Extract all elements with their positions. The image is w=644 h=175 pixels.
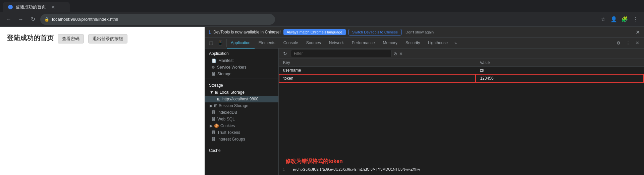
table-row[interactable]: usernamezs — [279, 67, 644, 75]
refresh-storage-button[interactable]: ↻ — [281, 50, 289, 57]
grid-icon-url: ⊞ — [217, 97, 220, 101]
trust-tokens-icon: 🗄 — [212, 130, 215, 135]
switch-devtools-button[interactable]: Switch DevTools to Chinese — [348, 29, 401, 35]
device-toggle-icon[interactable]: 📱 — [216, 39, 224, 47]
devtools-sidebar: Application 📄 Manifest ⚙ Service Workers… — [205, 49, 279, 175]
info-icon: ℹ — [209, 29, 211, 35]
back-button[interactable]: ← — [4, 15, 13, 24]
browser-tab[interactable]: 登陆成功的首页 ✕ — [3, 2, 70, 12]
interest-groups-icon: 🗄 — [212, 137, 215, 141]
bookmark-icon[interactable]: ☆ — [598, 15, 608, 24]
grid-icon-session-storage: ⊞ — [214, 103, 217, 108]
tab-favicon — [8, 5, 13, 9]
forward-button[interactable]: → — [16, 15, 25, 24]
sidebar-item-trust-tokens[interactable]: 🗄 Trust Tokens — [205, 129, 278, 136]
tab-network[interactable]: Network — [325, 38, 348, 49]
line-number: 1 — [283, 167, 288, 171]
devtools-settings-icon[interactable]: ⚙ — [614, 39, 623, 47]
table-cell-key: username — [279, 67, 476, 75]
tab-sources[interactable]: Sources — [302, 38, 325, 49]
view-password-button[interactable]: 查看密码 — [58, 34, 84, 43]
col-value-header: Value — [476, 59, 644, 67]
tab-console[interactable]: Console — [279, 38, 302, 49]
manifest-label: Manifest — [218, 58, 233, 63]
tab-lighthouse[interactable]: Lighthouse — [424, 38, 452, 49]
extensions-icon[interactable]: 🧩 — [620, 15, 629, 24]
cookies-label: Cookies — [220, 123, 235, 128]
menu-icon[interactable]: ⋮ — [631, 15, 640, 24]
delete-filter-button[interactable]: ✕ — [399, 51, 403, 56]
notification-bar: ℹ DevTools is now available in Chinese! … — [205, 27, 644, 38]
expand-icon-session-storage: ▶ — [210, 103, 213, 108]
manifest-icon: 📄 — [212, 59, 216, 63]
sidebar-item-service-workers[interactable]: ⚙ Service Workers — [205, 64, 278, 71]
address-bar[interactable]: 🔒 localhost:9800/pro/html/index.html — [40, 14, 275, 25]
sidebar-local-storage-url[interactable]: ⊞ http://localhost:9800 — [205, 96, 278, 102]
col-key-header: Key — [279, 59, 476, 67]
jwt-value-area: 1 eyJhbGci0iJIUzI1NiJ9.eyJtc2ci0iJ6cyIsI… — [279, 165, 644, 175]
tab-memory[interactable]: Memory — [379, 38, 401, 49]
tab-security[interactable]: Security — [401, 38, 424, 49]
sidebar-item-interest-groups[interactable]: 🗄 Interest Groups — [205, 136, 278, 143]
url-text: localhost:9800/pro/html/index.html — [52, 17, 118, 22]
tab-application[interactable]: Application — [227, 38, 255, 49]
dont-show-link[interactable]: Don't show again — [406, 30, 434, 34]
sidebar-item-storage-app[interactable]: 🗄 Storage — [205, 71, 278, 77]
toolbar-icons: ☆ 👤 🧩 ⋮ — [598, 15, 640, 24]
jwt-text: eyJhbGci0iJIUzI1NiJ9.eyJtc2ci0iJ6cyIsIm1… — [293, 167, 420, 171]
storage-table: Key Value usernamezstoken123456 — [279, 59, 644, 151]
sidebar-item-manifest[interactable]: 📄 Manifest — [205, 57, 278, 64]
sidebar-cookies-group[interactable]: ▶ 🍪 Cookies — [205, 122, 278, 129]
sidebar-local-storage-group[interactable]: ▼ ⊞ Local Storage — [205, 89, 278, 96]
devtools-content: ↻ ⊘ ✕ Key Value — [279, 49, 644, 175]
devtools-side-icons: ⬚ 📱 — [205, 39, 227, 47]
app-section-header: Application — [205, 49, 278, 57]
indexeddb-icon: 🗄 — [212, 110, 215, 114]
sidebar-item-indexeddb[interactable]: 🗄 IndexedDB — [205, 109, 278, 116]
notification-close-icon[interactable]: ✕ — [636, 29, 640, 35]
indexeddb-label: IndexedDB — [217, 110, 237, 115]
devtools-settings: ⚙ ⋮ ✕ — [612, 39, 644, 47]
tab-bar: 登陆成功的首页 ✕ — [0, 0, 644, 12]
storage-app-icon: 🗄 — [212, 72, 215, 76]
session-storage-label: Session Storage — [219, 103, 248, 108]
main-page: 登陆成功的首页 查看密码 退出登录的按钮 — [0, 27, 205, 175]
annotation-text: 修改为错误格式的token — [279, 151, 644, 165]
web-sql-icon: 🗄 — [212, 117, 215, 121]
interest-groups-label: Interest Groups — [217, 137, 245, 142]
always-match-button[interactable]: Always match Chrome's language — [283, 29, 346, 35]
sidebar-item-web-sql[interactable]: 🗄 Web SQL — [205, 116, 278, 122]
filter-input[interactable] — [291, 50, 391, 57]
devtools-more-icon[interactable]: ⋮ — [624, 39, 632, 47]
profile-icon[interactable]: 👤 — [609, 15, 619, 24]
inspect-element-icon[interactable]: ⬚ — [207, 39, 215, 47]
logout-button[interactable]: 退出登录的按钮 — [88, 34, 127, 43]
grid-icon-local-storage: ⊞ — [215, 90, 218, 95]
service-workers-icon: ⚙ — [212, 65, 215, 70]
table-row[interactable]: token123456 — [279, 74, 644, 82]
more-tabs-icon[interactable]: » — [452, 41, 460, 46]
notification-text: DevTools is now available in Chinese! — [213, 30, 281, 34]
table-cell-key: token — [279, 74, 476, 82]
sidebar-divider-2 — [205, 144, 278, 144]
table-cell-value: 123456 — [476, 74, 644, 82]
web-sql-label: Web SQL — [217, 117, 235, 121]
devtools-panel: ℹ DevTools is now available in Chinese! … — [205, 27, 644, 175]
cookies-icon: 🍪 — [214, 123, 219, 128]
expand-icon-cookies: ▶ — [210, 123, 213, 128]
browser-toolbar: ← → ↻ 🔒 localhost:9800/pro/html/index.ht… — [0, 12, 644, 27]
trust-tokens-label: Trust Tokens — [217, 130, 240, 135]
storage-section-header: Storage — [205, 80, 278, 89]
local-storage-url-label: http://localhost:9800 — [222, 97, 258, 101]
clear-filter-button[interactable]: ⊘ — [393, 51, 397, 56]
tab-close-icon[interactable]: ✕ — [51, 4, 55, 10]
devtools-body: Application 📄 Manifest ⚙ Service Workers… — [205, 49, 644, 175]
tab-performance[interactable]: Performance — [348, 38, 379, 49]
reload-button[interactable]: ↻ — [28, 15, 38, 24]
filter-bar: ↻ ⊘ ✕ — [279, 49, 644, 59]
devtools-close-icon[interactable]: ✕ — [633, 39, 641, 47]
sidebar-divider-1 — [205, 79, 278, 79]
sidebar-session-storage-group[interactable]: ▶ ⊞ Session Storage — [205, 102, 278, 109]
page-title: 登陆成功的首页 — [7, 34, 54, 41]
tab-elements[interactable]: Elements — [255, 38, 279, 49]
